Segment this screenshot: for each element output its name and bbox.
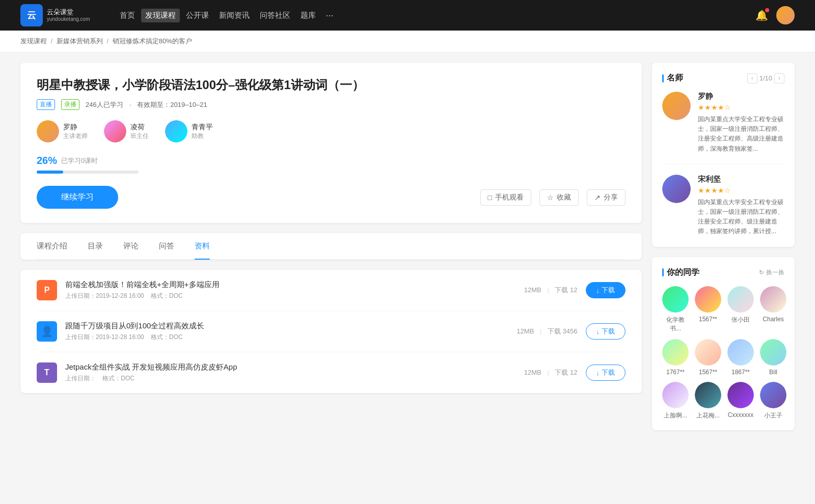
classmate-11-avatar — [727, 382, 754, 408]
classmate-12-avatar — [760, 382, 786, 408]
resource-item-3: T Jetpack全组件实战 开发短视频应用高仿皮皮虾App 上传日期： 格式：… — [37, 352, 626, 393]
collect-button[interactable]: ☆ 收藏 — [539, 189, 579, 206]
classmate-10-name: 上花梅... — [696, 411, 720, 420]
breadcrumb-discover[interactable]: 发现课程 — [20, 37, 47, 45]
user-avatar[interactable] — [776, 6, 795, 24]
tab-intro[interactable]: 课程介绍 — [37, 233, 67, 259]
famous-teachers-header: 名师 ‹ 1/10 › — [662, 73, 784, 83]
logo-icon: 云 — [20, 4, 43, 26]
teachers-prev-btn[interactable]: ‹ — [747, 73, 757, 83]
resource-2-download-btn[interactable]: ↓ 下载 — [586, 323, 626, 340]
notification-dot — [765, 8, 769, 12]
famous-teacher-2: 宋利坚 ★★★★☆ 国内某重点大学安全工程专业硕士，国家一级注册消防工程师、注册… — [662, 175, 784, 237]
famous-teachers-nav: ‹ 1/10 › — [747, 73, 784, 83]
classmate-1-avatar — [662, 286, 689, 313]
teacher-2: 凌荷 班主任 — [104, 120, 149, 143]
nav-discover[interactable]: 发现课程 — [141, 9, 180, 22]
breadcrumb: 发现课程 / 新媒体营销系列 / 销冠修炼术搞定80%的客户 — [0, 31, 815, 52]
nav-qa[interactable]: 问答社区 — [256, 9, 294, 22]
mobile-watch-button[interactable]: □ 手机观看 — [480, 189, 531, 206]
resource-item-2: 👤 跟随千万级项目从0到100全过程高效成长 上传日期：2019-12-28 1… — [37, 311, 626, 352]
share-button[interactable]: ↗ 分享 — [587, 189, 626, 206]
continue-button[interactable]: 继续学习 — [37, 186, 118, 209]
classmates-card: 你的同学 ↻ 换一换 化学教书... 1567** — [652, 257, 795, 430]
classmate-1-name: 化学教书... — [662, 316, 689, 333]
nav-public[interactable]: 公开课 — [182, 9, 213, 22]
course-valid: 有效期至：2019–10–21 — [137, 100, 207, 109]
bell-icon[interactable]: 🔔 — [755, 9, 768, 21]
mobile-icon: □ — [488, 193, 492, 202]
famous-teacher-2-desc: 国内某重点大学安全工程专业硕士，国家一级注册消防工程师、注册安全工程师、级注册建… — [698, 198, 784, 237]
nav-news[interactable]: 新闻资讯 — [215, 9, 254, 22]
breadcrumb-sep1: / — [51, 37, 55, 45]
left-panel: 明星中教授课，小学阶段语法100分–强化级第1讲动词（一） 直播 录播 246人… — [20, 63, 642, 440]
progress-percent: 26% — [37, 155, 57, 166]
classmate-5: 1767** — [662, 339, 689, 376]
famous-teacher-1-avatar — [662, 92, 691, 120]
progress-bar-fill — [37, 171, 63, 174]
classmates-grid: 化学教书... 1567** 张小田 — [662, 286, 784, 420]
refresh-icon: ↻ — [759, 269, 764, 276]
breadcrumb-current[interactable]: 销冠修炼术搞定80%的客户 — [113, 37, 192, 45]
logo-text: 云朵课堂 yundouketang.com — [47, 8, 90, 22]
download-icon-3: ↓ — [596, 369, 600, 377]
course-title: 明星中教授课，小学阶段语法100分–强化级第1讲动词（一） — [37, 77, 626, 93]
teacher-3-name: 青青平 — [192, 123, 213, 132]
famous-teacher-2-avatar — [662, 175, 691, 203]
classmate-2-avatar — [695, 286, 721, 313]
classmate-3-avatar — [727, 286, 754, 313]
teacher-1: 罗静 主讲老师 — [37, 120, 88, 143]
right-panel: 名师 ‹ 1/10 › 罗静 ★★★★☆ 国内某重点大学安全工程专业硕士，国家一… — [652, 63, 795, 440]
tab-catalog[interactable]: 目录 — [88, 233, 103, 259]
resource-1-download-btn[interactable]: ↓ 下载 — [586, 282, 626, 298]
progress-bar-bg — [37, 171, 139, 174]
famous-teacher-2-name: 宋利坚 — [698, 175, 784, 184]
share-label: 分享 — [604, 193, 618, 202]
resource-2-stats: 12MB | 下载 3456 — [517, 327, 577, 336]
mobile-label: 手机观看 — [495, 193, 524, 202]
famous-teacher-2-stars: ★★★★☆ — [698, 186, 784, 194]
classmates-refresh-btn[interactable]: ↻ 换一换 — [759, 268, 784, 277]
resource-3-name: Jetpack全组件实战 开发短视频应用高仿皮皮虾App — [65, 362, 516, 372]
nav-more[interactable]: ··· — [322, 8, 338, 23]
action-row: 继续学习 □ 手机观看 ☆ 收藏 ↗ 分享 — [37, 186, 626, 209]
classmate-9-name: 上脸啊... — [664, 411, 687, 420]
famous-teacher-1: 罗静 ★★★★☆ 国内某重点大学安全工程专业硕士，国家一级注册消防工程师、注册安… — [662, 92, 784, 164]
badge-record: 录播 — [61, 99, 79, 110]
classmate-7-name: 1867** — [731, 369, 750, 376]
progress-text: 已学习0课时 — [61, 156, 98, 165]
header: 云 云朵课堂 yundouketang.com 首页 发现课程 公开课 新闻资讯… — [0, 0, 815, 31]
breadcrumb-series[interactable]: 新媒体营销系列 — [57, 37, 103, 45]
classmate-6: 1567** — [695, 339, 721, 376]
collect-icon: ☆ — [547, 193, 554, 202]
nav-home[interactable]: 首页 — [116, 9, 139, 22]
classmate-8-avatar — [760, 339, 786, 366]
famous-teachers-title: 名师 — [662, 73, 683, 83]
course-meta: 直播 录播 246人已学习 · 有效期至：2019–10–21 — [37, 99, 626, 110]
breadcrumb-sep2: / — [106, 37, 110, 45]
resource-list: P 前端全栈加强版！前端全栈+全周期+多端应用 上传日期：2019-12-28 … — [20, 270, 642, 393]
teachers-next-btn[interactable]: › — [774, 73, 784, 83]
header-right: 🔔 — [755, 6, 795, 24]
famous-teacher-1-info: 罗静 ★★★★☆ 国内某重点大学安全工程专业硕士，国家一级注册消防工程师、注册安… — [698, 92, 784, 154]
resource-2-meta: 上传日期：2019-12-28 16:00 格式：DOC — [65, 333, 508, 342]
teacher-1-avatar — [37, 120, 59, 143]
teacher-3-info: 青青平 助教 — [192, 123, 213, 141]
progress-label: 26% 已学习0课时 — [37, 155, 626, 166]
classmate-2: 1567** — [695, 286, 721, 333]
refresh-label: 换一换 — [766, 268, 784, 277]
tab-review[interactable]: 评论 — [123, 233, 139, 259]
course-students: 246人已学习 — [86, 100, 123, 109]
teacher-1-role: 主讲老师 — [63, 132, 88, 141]
tab-qa[interactable]: 问答 — [159, 233, 174, 259]
classmate-12: 小王子 — [760, 382, 786, 420]
resource-3-stats: 12MB | 下载 12 — [524, 368, 578, 377]
resource-3-icon: T — [37, 362, 57, 383]
nav-quiz[interactable]: 题库 — [296, 9, 320, 22]
tabs: 课程介绍 目录 评论 问答 资料 — [37, 233, 626, 260]
tab-resource[interactable]: 资料 — [195, 233, 210, 259]
resource-3-download-btn[interactable]: ↓ 下载 — [586, 365, 626, 381]
download-icon-1: ↓ — [596, 287, 600, 294]
classmate-3: 张小田 — [727, 286, 754, 333]
resource-1-meta: 上传日期：2019-12-28 16:00 格式：DOC — [65, 292, 516, 300]
